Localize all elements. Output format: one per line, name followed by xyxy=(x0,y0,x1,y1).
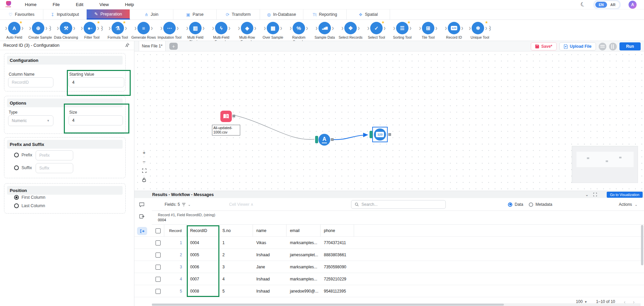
row-checkbox[interactable] xyxy=(156,253,161,258)
suffix-radio[interactable] xyxy=(14,165,19,170)
row-checkbox[interactable] xyxy=(156,240,161,245)
tool-item[interactable]: ★ ❯ A ❯ ❯❯ Auto Field xyxy=(1,20,27,41)
tool-item[interactable]: ★ ❯ ≡ ❯ ❯❯ Generate Rows xyxy=(131,20,157,41)
first-column-radio[interactable] xyxy=(14,195,19,200)
column-header-sno[interactable]: S.no xyxy=(219,225,253,237)
select-all-checkbox[interactable] xyxy=(156,228,161,233)
data-radio[interactable] xyxy=(508,202,512,207)
expand-icon[interactable] xyxy=(593,193,597,196)
go-to-visualization-button[interactable]: Go to Visualization xyxy=(607,192,643,198)
table-row[interactable]: 3 0006 3 Jane marksamples... 7350598090 xyxy=(134,261,644,273)
save-button[interactable]: Save* xyxy=(531,42,557,50)
tool-item[interactable]: ★ ❯ % ❯ ❯❯ Random Sample xyxy=(286,20,312,41)
column-name-input[interactable]: RecordID xyxy=(8,77,53,87)
category-tab[interactable]: Tt Reporting xyxy=(303,9,347,20)
category-tab[interactable]: ↧ Input/output xyxy=(43,9,87,20)
auto-field-node[interactable]: A xyxy=(318,134,330,146)
workflow-canvas[interactable]: Ali-updated- 1000.csv A 123 + − xyxy=(134,51,644,191)
tool-item[interactable]: ★ ❯ ⚒ ❯ ❯❯ Data Cleansing xyxy=(53,20,79,41)
category-tab[interactable]: ▣ Parse xyxy=(173,9,217,20)
autofield-input-port[interactable] xyxy=(315,136,318,143)
upload-file-button[interactable]: Upload File xyxy=(559,42,596,50)
horizontal-scrollbar[interactable] xyxy=(152,303,641,306)
last-column-radio[interactable] xyxy=(14,203,19,208)
align-vertical-button[interactable] xyxy=(609,43,617,50)
menu-item[interactable]: Help xyxy=(125,2,134,7)
zoom-out-button[interactable]: − xyxy=(140,158,148,165)
column-header-email[interactable]: email xyxy=(287,225,320,237)
category-tab[interactable]: ⋔ Join xyxy=(130,9,173,20)
record-id-node[interactable]: 123 xyxy=(374,128,386,141)
category-tab[interactable]: ❖ Spatial xyxy=(347,9,390,20)
results-panel-header[interactable]: Results - Workflow - Messages ⌄ Go to Vi… xyxy=(134,191,644,198)
csv-output-port[interactable] xyxy=(232,115,235,117)
menu-item[interactable]: Home xyxy=(25,2,37,7)
tool-item[interactable]: ★ ❯ 123 ❯ ❯❯ Record ID xyxy=(441,20,467,41)
add-file-tab-button[interactable]: + xyxy=(169,43,178,50)
align-horizontal-button[interactable] xyxy=(599,43,606,50)
recordid-input-port[interactable] xyxy=(370,131,373,138)
row-checkbox[interactable] xyxy=(156,265,161,270)
collapse-chevron-icon[interactable]: ⌄ xyxy=(585,192,589,197)
column-header-name[interactable]: name xyxy=(253,225,287,237)
category-tab[interactable]: ♡ Favourites xyxy=(0,9,43,20)
cell-viewer-toggle[interactable]: Cell Viewer ∧ xyxy=(229,198,254,211)
tool-item[interactable]: ★ ❯ ✓ ❯ ❯❯ Select Tool xyxy=(363,20,389,41)
tool-item[interactable]: ★ ❯ ◈ ❯ ❯❯ Multi-Row Formula xyxy=(234,20,260,41)
filter-icon[interactable] xyxy=(182,203,186,206)
tool-item[interactable]: ★ ❯ ☰ ❯ ❯❯ Sorting Tool xyxy=(389,20,415,41)
prefix-input[interactable]: Prefix xyxy=(36,150,73,160)
tool-item[interactable]: ★ ❯ ⊕ ❯ ❯❯ Create Sample xyxy=(27,20,53,41)
table-row[interactable]: 2 0005 2 Irshaad jamessamplet... 8883803… xyxy=(134,249,644,261)
menu-item[interactable]: File xyxy=(53,2,60,7)
menu-item[interactable]: Edit xyxy=(76,2,83,7)
category-tab[interactable]: ⟳ Transform xyxy=(217,9,260,20)
type-select[interactable]: Numeric ▼ xyxy=(8,115,53,126)
vertical-scrollbar[interactable] xyxy=(641,225,643,265)
tool-item[interactable]: ★ ❯ ϟ ❯ ❯❯ Multi-Field Formula xyxy=(208,20,234,41)
tool-item[interactable]: ★ ❯ ▥ ❯ ❯❯ Multi Field Binning xyxy=(182,20,208,41)
column-header-phone[interactable]: phone xyxy=(320,225,354,237)
lock-button[interactable] xyxy=(140,176,148,183)
csv-node-label[interactable]: Ali-updated- 1000.csv xyxy=(212,125,240,136)
pin-icon[interactable] xyxy=(125,43,129,47)
tool-item[interactable]: ★ ❯ ▂▅▇ ❯ ❯❯ Sample Data xyxy=(312,20,338,41)
row-checkbox[interactable] xyxy=(156,277,161,282)
table-row[interactable]: 1 0004 1 Vikas marksamples... 7704372411 xyxy=(134,237,644,249)
category-tab[interactable]: ✎ Preparation xyxy=(87,9,130,20)
tool-item[interactable]: ★ ❯ ✥ ❯ ❯❯ Select Records xyxy=(338,20,363,41)
canvas-minimap[interactable] xyxy=(572,146,638,183)
fit-screen-button[interactable] xyxy=(140,167,148,174)
table-row[interactable]: 5 0008 5 Irshaad janedoe990@... 95481123… xyxy=(134,285,644,297)
dark-mode-toggle-icon[interactable]: ☾ xyxy=(579,0,587,9)
messages-icon[interactable] xyxy=(139,202,144,207)
recordid-output-port[interactable] xyxy=(388,133,391,136)
zoom-in-button[interactable]: + xyxy=(140,149,148,156)
size-input[interactable]: 4 xyxy=(69,115,123,125)
table-row[interactable]: 4 0007 4 Irshaad marksamples... 72592102… xyxy=(134,273,644,285)
column-header-recordid[interactable]: RecordID xyxy=(187,225,219,237)
autofield-output-port[interactable] xyxy=(331,138,334,141)
prefix-radio[interactable] xyxy=(14,153,19,157)
tool-item[interactable]: ★ ❯ ⊞ ❯ ❯❯ Tile Tool xyxy=(415,20,441,41)
tool-item[interactable]: ★ ❯ ⚗ ❯ ❯❯ Formula Tool xyxy=(105,20,131,41)
export-icon[interactable] xyxy=(139,214,144,219)
language-toggle[interactable]: EN AR xyxy=(594,1,620,9)
csv-input-node[interactable] xyxy=(220,111,232,122)
row-checkbox[interactable] xyxy=(156,289,161,294)
actions-menu[interactable]: Actions ⌄ xyxy=(619,198,638,211)
run-button[interactable]: Run xyxy=(619,42,641,50)
column-header-record[interactable]: Record xyxy=(164,225,187,237)
metadata-radio[interactable] xyxy=(529,202,533,207)
starting-value-input[interactable]: 4 xyxy=(69,77,124,87)
tool-item[interactable]: ★ ❯ ●◦ ❯ ❯❯ Filter Tool xyxy=(79,20,105,41)
chevron-down-icon[interactable]: ⌄ xyxy=(188,203,190,206)
tool-item[interactable]: ★ ❯ ❄ ❯ ❯❯ Unique Tool xyxy=(467,20,493,41)
app-logo[interactable]: FRISH xyxy=(4,1,13,8)
file-tab[interactable]: New File 1* xyxy=(139,41,166,51)
search-input[interactable]: Search... xyxy=(351,200,446,209)
menu-item[interactable]: View xyxy=(99,2,109,7)
lang-ar[interactable]: AR xyxy=(607,2,619,8)
tool-item[interactable]: ★ ❯ ⋯ ❯ ❯❯ Imputation Tool xyxy=(157,20,182,41)
suffix-input[interactable]: Suffix xyxy=(36,163,73,173)
